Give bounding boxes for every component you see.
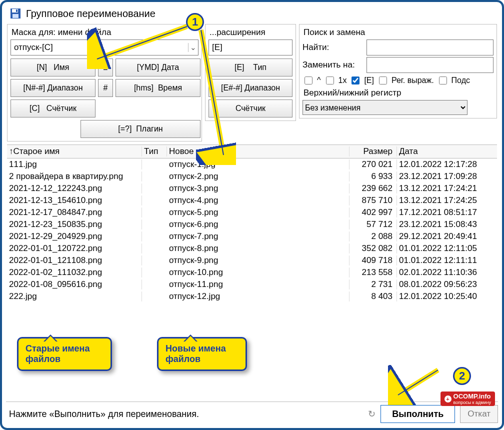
mask-name-input[interactable] bbox=[11, 40, 188, 55]
replace-input[interactable] bbox=[366, 57, 494, 73]
chk-subst[interactable] bbox=[439, 76, 447, 84]
svg-line-8 bbox=[398, 370, 438, 395]
btn-E[interactable]: [E] Тип bbox=[208, 58, 292, 76]
col-old[interactable]: ↑Старое имя bbox=[7, 146, 142, 156]
btn-range[interactable]: [N#-#] Диапазон bbox=[10, 79, 96, 97]
annotation-badge-2: 2 bbox=[453, 367, 471, 385]
table-row[interactable]: 2022-01-01_120722.pngотпуск-8.png352 082… bbox=[7, 242, 497, 254]
table-row[interactable]: 2021-12-23_150835.pngотпуск-6.png57 7122… bbox=[7, 218, 497, 230]
window-title: Групповое переименование bbox=[26, 8, 156, 20]
case-select[interactable]: Без изменения bbox=[302, 100, 468, 115]
mask-ext-group: ...расширения [E] Тип [E#-#] Диапазон Сч… bbox=[205, 24, 296, 121]
chk-E[interactable] bbox=[352, 76, 360, 84]
annotation-callout-old: Старые имена файлов bbox=[17, 337, 112, 371]
table-row[interactable]: 2021-12-17_084847.pngотпуск-5.png402 997… bbox=[7, 206, 497, 218]
search-group: Поиск и замена Найти: Заменить на: ^ 1x … bbox=[299, 24, 497, 118]
chk-caret[interactable] bbox=[304, 76, 312, 84]
titlebar: Групповое переименование bbox=[7, 6, 497, 24]
svg-rect-2 bbox=[12, 14, 18, 18]
col-new[interactable]: Новое имя bbox=[167, 146, 350, 156]
execute-button[interactable]: Выполнить bbox=[380, 405, 455, 423]
btn-plusminus[interactable]: ± bbox=[98, 58, 113, 76]
btn-Ecounter[interactable]: Счётчик bbox=[208, 100, 292, 118]
table-row[interactable]: 222.jpgотпуск-12.jpg8 40312.01.2022 10:2… bbox=[7, 290, 497, 302]
table-row[interactable]: 2021-12-13_154610.pngотпуск-4.png875 710… bbox=[7, 194, 497, 206]
annotation-callout-new: Новые имена файлов bbox=[157, 337, 247, 371]
search-label: Поиск и замена bbox=[304, 28, 494, 38]
table-row[interactable]: 2022-01-01_121108.pngотпуск-9.png409 718… bbox=[7, 254, 497, 266]
file-table-body[interactable]: 111.jpgотпуск-1.jpg270 02112.01.2022 12:… bbox=[7, 158, 497, 302]
btn-Erange[interactable]: [E#-#] Диапазон bbox=[208, 79, 292, 97]
reload-icon[interactable]: ↻ bbox=[368, 408, 376, 420]
mask-name-label: Маска для: имени файла bbox=[12, 28, 198, 38]
replace-label: Заменить на: bbox=[302, 60, 362, 70]
svg-line-9 bbox=[398, 370, 438, 395]
chevron-down-icon[interactable]: ⌄ bbox=[188, 43, 198, 52]
col-size[interactable]: Размер bbox=[350, 146, 397, 156]
table-row[interactable]: 2022-01-08_095616.pngотпуск-11.png2 7310… bbox=[7, 278, 497, 290]
mask-ext-input[interactable] bbox=[208, 40, 292, 56]
btn-hms[interactable]: [hms] Время bbox=[116, 79, 200, 97]
table-row[interactable]: 2021-12-29_204929.pngотпуск-7.png2 08829… bbox=[7, 230, 497, 242]
col-ext[interactable]: Тип bbox=[142, 146, 167, 156]
chk-regex[interactable] bbox=[379, 76, 387, 84]
chk-1x[interactable] bbox=[326, 76, 334, 84]
case-label: Верхний/нижний регистр bbox=[304, 88, 494, 98]
table-row[interactable]: 2022-01-02_111032.pngотпуск-10.png213 55… bbox=[7, 266, 497, 278]
btn-hash[interactable]: # bbox=[98, 79, 113, 97]
table-row[interactable]: 2 провайдера в квартиру.pngотпуск-2.png6… bbox=[7, 170, 497, 182]
btn-N[interactable]: [N] Имя bbox=[10, 58, 96, 76]
watermark: + OCOMP.infoвопросы к админу bbox=[440, 392, 495, 406]
col-date[interactable]: Дата bbox=[397, 146, 497, 156]
find-label: Найти: bbox=[302, 42, 362, 52]
file-table-header[interactable]: ↑Старое имя Тип Новое имя Размер Дата bbox=[7, 144, 497, 158]
find-input[interactable] bbox=[366, 40, 494, 56]
bottom-bar: Нажмите «Выполнить» для переименования. … bbox=[6, 402, 498, 423]
btn-counter[interactable]: [C] Счётчик bbox=[10, 100, 96, 118]
annotation-badge-1: 1 bbox=[186, 13, 204, 31]
save-icon bbox=[9, 7, 22, 20]
status-text: Нажмите «Выполнить» для переименования. bbox=[6, 409, 363, 420]
svg-rect-3 bbox=[16, 10, 18, 12]
mask-name-group: Маска для: имени файла ⌄ [N] Имя ± [YMD]… bbox=[7, 24, 202, 142]
btn-plugin[interactable]: [=?] Плагин bbox=[80, 120, 200, 138]
btn-YMD[interactable]: [YMD] Дата bbox=[116, 58, 200, 76]
undo-button[interactable]: Откат bbox=[460, 405, 498, 423]
mask-ext-label: ...расширения bbox=[210, 28, 292, 38]
table-row[interactable]: 111.jpgотпуск-1.jpg270 02112.01.2022 12:… bbox=[7, 158, 497, 170]
table-row[interactable]: 2021-12-12_122243.pngотпуск-3.png239 662… bbox=[7, 182, 497, 194]
arrow-icon bbox=[388, 365, 448, 405]
mask-name-combo[interactable]: ⌄ bbox=[10, 40, 198, 56]
